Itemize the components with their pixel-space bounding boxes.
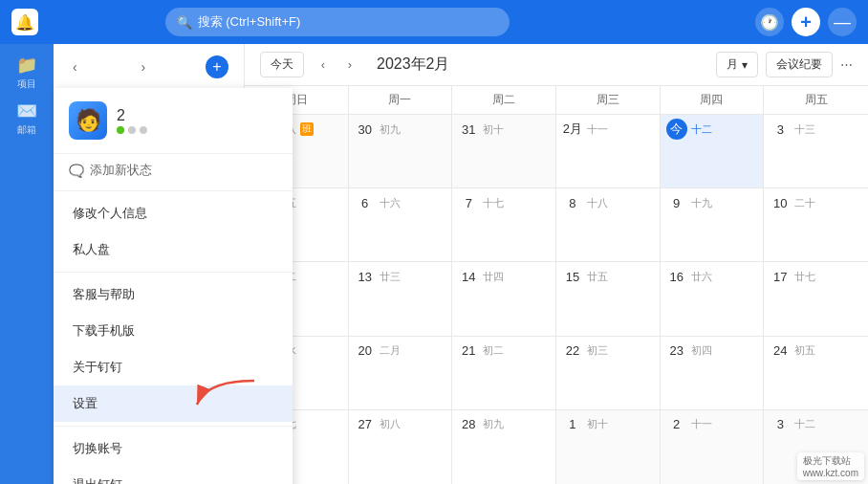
download-mobile-label: 下载手机版 — [73, 322, 135, 340]
cal-date-num: 2 — [666, 414, 687, 435]
cal-date: 22 初三 — [562, 341, 654, 362]
search-placeholder: 搜索 (Ctrl+Shift+F) — [198, 13, 301, 31]
cal-date-lunar: 十九 — [691, 196, 712, 210]
cal-view-select: 月 ▾ 会议纪要 ⋯ — [716, 52, 853, 77]
holiday-badge: 班 — [300, 122, 314, 136]
cal-date-lunar: 初九 — [483, 417, 504, 431]
cal-date-num: 3 — [770, 414, 791, 435]
cal-week-row: 19 雨水 20 二月 21 — [245, 337, 868, 410]
cal-wday-thu: 周四 — [661, 86, 765, 114]
cal-cell-today[interactable]: 今 十二 — [661, 115, 765, 187]
cal-cell[interactable]: 28 初九 — [452, 410, 556, 484]
about-label: 关于钉钉 — [73, 359, 122, 376]
cal-date-lunar: 廿三 — [380, 270, 401, 284]
cal-body: 29 初八 班 30 初九 — [245, 115, 868, 484]
cal-cell[interactable]: 23 初四 — [661, 337, 765, 409]
search-bar[interactable]: 🔍 搜索 (Ctrl+Shift+F) — [165, 8, 510, 36]
cal-cell[interactable]: 17 廿七 — [764, 262, 868, 335]
avatar: 🧑 — [69, 101, 107, 140]
mini-cal-prev[interactable]: ‹ — [69, 57, 81, 77]
add-status-label: 添加新状态 — [90, 162, 152, 179]
cal-date-num: 9 — [666, 192, 687, 213]
cal-date: 14 廿四 — [458, 266, 550, 287]
add-status-item[interactable]: 🗨️ 添加新状态 — [54, 154, 293, 187]
cal-cell[interactable]: 22 初三 — [556, 337, 661, 409]
cal-date-lunar: 初十 — [587, 417, 608, 431]
cal-date: 17 廿七 — [770, 266, 862, 287]
menu-edit-profile[interactable]: 修改个人信息 — [54, 195, 293, 231]
cal-cell[interactable]: 13 廿三 — [349, 262, 453, 335]
menu-logout[interactable]: 退出钉钉 — [54, 467, 293, 484]
cal-date: 8 十八 — [562, 192, 654, 213]
cal-cell[interactable]: 3 十三 — [764, 115, 868, 187]
cal-cell[interactable]: 1 初十 — [556, 410, 661, 484]
sidebar-item-project[interactable]: 📁 项目 — [6, 52, 48, 94]
mini-cal-add-button[interactable]: + — [206, 55, 228, 78]
cal-cell[interactable]: 2 十一 — [661, 410, 765, 484]
watermark-text: 极光下载站 www.kzt.com — [797, 452, 864, 480]
cal-date: 2 十一 — [666, 414, 758, 435]
search-icon: 🔍 — [177, 15, 192, 30]
cal-prev-button[interactable]: ‹ — [312, 54, 335, 77]
cal-date-num: 15 — [562, 266, 583, 287]
cal-cell[interactable]: 8 十八 — [556, 188, 661, 261]
status-dot-2 — [128, 126, 136, 134]
menu-help[interactable]: 客服与帮助 — [54, 276, 293, 313]
cal-date-lunar: 初五 — [794, 343, 815, 358]
cal-cell[interactable]: 10 二十 — [764, 188, 868, 261]
cal-cell[interactable]: 16 廿六 — [661, 262, 765, 335]
cal-view-chevron: ▾ — [742, 58, 748, 72]
switch-account-label: 切换账号 — [73, 440, 122, 457]
menu-download-mobile[interactable]: 下载手机版 — [54, 313, 293, 349]
cal-date-num: 20 — [355, 341, 376, 362]
cal-date-num: 1 — [562, 414, 583, 435]
cal-date-lunar: 二十 — [794, 196, 815, 210]
settings-label: 设置 — [73, 395, 98, 412]
cal-cell[interactable]: 20 二月 — [349, 337, 453, 409]
cal-today-button[interactable]: 今天 — [260, 52, 304, 77]
cal-date-lunar: 十一 — [691, 417, 712, 431]
cal-nav: ‹ › — [312, 54, 361, 77]
cal-cell[interactable]: 24 初五 — [764, 337, 868, 409]
menu-private-disk[interactable]: 私人盘 — [54, 231, 293, 268]
cal-date-lunar: 初三 — [587, 343, 608, 358]
cal-date: 28 初九 — [458, 414, 550, 435]
edit-profile-label: 修改个人信息 — [73, 205, 147, 222]
cal-cell[interactable]: 27 初八 — [349, 410, 453, 484]
mini-cal-next[interactable]: › — [138, 57, 150, 77]
cal-cell[interactable]: 9 十九 — [661, 188, 765, 261]
minimize-button[interactable]: — — [828, 8, 857, 36]
cal-cell[interactable]: 31 初十 — [452, 115, 556, 187]
cal-notes-button[interactable]: 会议纪要 — [766, 52, 833, 77]
cal-date: 3 十二 — [770, 414, 862, 435]
menu-switch-account[interactable]: 切换账号 — [54, 430, 293, 467]
cal-more-icon[interactable]: ⋯ — [840, 57, 853, 72]
cal-date-num: 22 — [562, 341, 583, 362]
main-calendar: 今天 ‹ › 2023年2月 月 ▾ 会议纪要 ⋯ — [245, 44, 868, 484]
cal-view-month-button[interactable]: 月 ▾ — [716, 52, 758, 77]
cal-date-num: 21 — [458, 341, 479, 362]
logo-icon: 🔔 — [15, 13, 34, 32]
private-disk-label: 私人盘 — [73, 241, 110, 258]
app-logo[interactable]: 🔔 — [11, 9, 38, 35]
cal-week-row: 29 初八 班 30 初九 — [245, 115, 868, 188]
cal-cell[interactable]: 6 十六 — [349, 188, 453, 261]
user-name: 2 — [117, 107, 147, 124]
history-button[interactable]: 🕐 — [755, 8, 784, 36]
sidebar-item-email[interactable]: ✉️ 邮箱 — [6, 98, 48, 140]
add-status-icon: 🗨️ — [69, 164, 84, 178]
cal-date: 6 十六 — [355, 192, 446, 213]
cal-date: 1 初十 — [562, 414, 654, 435]
cal-date: 31 初十 — [458, 119, 550, 140]
cal-date-num: 7 — [458, 192, 479, 213]
cal-cell[interactable]: 2月 十一 — [556, 115, 661, 187]
cal-date-num: 3 — [770, 119, 791, 140]
cal-cell[interactable]: 7 十七 — [452, 188, 556, 261]
add-button[interactable]: + — [792, 8, 820, 36]
cal-next-button[interactable]: › — [338, 54, 361, 77]
cal-cell[interactable]: 14 廿四 — [452, 262, 556, 335]
cal-cell[interactable]: 15 廿五 — [556, 262, 661, 335]
cal-cell[interactable]: 30 初九 — [349, 115, 453, 187]
project-icon: 📁 — [16, 55, 37, 76]
cal-cell[interactable]: 21 初二 — [452, 337, 556, 409]
